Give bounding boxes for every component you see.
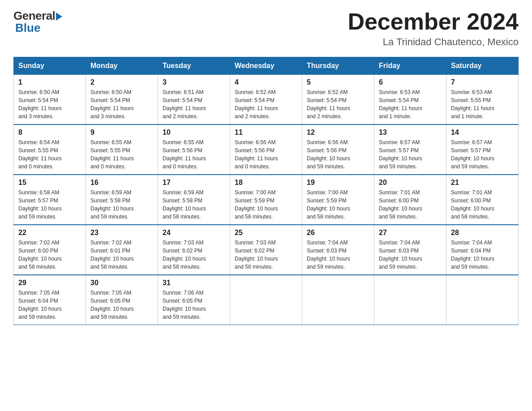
day-info: Sunrise: 7:00 AMSunset: 5:59 PMDaylight:… — [235, 188, 297, 221]
day-number: 25 — [235, 229, 297, 237]
calendar-day-cell — [230, 275, 302, 325]
calendar-week-row: 22Sunrise: 7:02 AMSunset: 6:00 PMDayligh… — [14, 225, 519, 275]
day-number: 28 — [451, 229, 514, 237]
day-number: 5 — [307, 78, 369, 86]
calendar-day-cell: 5Sunrise: 6:52 AMSunset: 5:54 PMDaylight… — [302, 75, 374, 125]
calendar-day-cell: 8Sunrise: 6:54 AMSunset: 5:55 PMDaylight… — [14, 124, 86, 175]
logo-blue-text: Blue — [15, 21, 40, 35]
calendar-day-cell — [446, 275, 519, 325]
day-info: Sunrise: 7:02 AMSunset: 6:00 PMDaylight:… — [18, 239, 81, 271]
calendar-day-cell: 31Sunrise: 7:06 AMSunset: 6:05 PMDayligh… — [158, 275, 230, 325]
day-number: 7 — [451, 78, 514, 86]
day-info: Sunrise: 6:59 AMSunset: 5:58 PMDaylight:… — [90, 188, 153, 221]
day-number: 20 — [379, 179, 442, 187]
day-info: Sunrise: 6:53 AMSunset: 5:55 PMDaylight:… — [451, 88, 514, 120]
day-info: Sunrise: 7:01 AMSunset: 6:00 PMDaylight:… — [451, 188, 514, 221]
calendar-day-header: Monday — [86, 57, 158, 75]
day-info: Sunrise: 6:55 AMSunset: 5:55 PMDaylight:… — [90, 138, 153, 171]
calendar-day-cell: 1Sunrise: 6:50 AMSunset: 5:54 PMDaylight… — [14, 75, 86, 125]
calendar-day-cell — [374, 275, 446, 325]
day-info: Sunrise: 6:50 AMSunset: 5:54 PMDaylight:… — [90, 88, 153, 120]
day-info: Sunrise: 6:50 AMSunset: 5:54 PMDaylight:… — [18, 88, 81, 120]
calendar-day-cell: 4Sunrise: 6:52 AMSunset: 5:54 PMDaylight… — [230, 75, 302, 125]
calendar-week-row: 1Sunrise: 6:50 AMSunset: 5:54 PMDaylight… — [14, 75, 519, 125]
day-number: 9 — [90, 128, 153, 137]
calendar-day-cell: 23Sunrise: 7:02 AMSunset: 6:01 PMDayligh… — [86, 225, 158, 275]
day-number: 13 — [379, 128, 442, 137]
calendar-day-cell — [302, 275, 374, 325]
day-number: 11 — [235, 128, 297, 137]
day-info: Sunrise: 6:51 AMSunset: 5:54 PMDaylight:… — [163, 88, 225, 120]
logo: General Blue — [13, 9, 62, 35]
calendar-day-cell: 22Sunrise: 7:02 AMSunset: 6:00 PMDayligh… — [14, 225, 86, 275]
calendar-day-cell: 11Sunrise: 6:56 AMSunset: 5:56 PMDayligh… — [230, 124, 302, 175]
day-info: Sunrise: 7:04 AMSunset: 6:04 PMDaylight:… — [451, 239, 514, 271]
calendar-day-header: Saturday — [446, 57, 519, 75]
calendar-day-cell: 7Sunrise: 6:53 AMSunset: 5:55 PMDaylight… — [446, 75, 519, 125]
calendar-week-row: 8Sunrise: 6:54 AMSunset: 5:55 PMDaylight… — [14, 124, 519, 175]
calendar-header-row: SundayMondayTuesdayWednesdayThursdayFrid… — [14, 57, 519, 75]
calendar-day-cell: 6Sunrise: 6:53 AMSunset: 5:54 PMDaylight… — [374, 75, 446, 125]
day-info: Sunrise: 6:59 AMSunset: 5:58 PMDaylight:… — [163, 188, 225, 221]
day-info: Sunrise: 7:00 AMSunset: 5:59 PMDaylight:… — [307, 188, 369, 221]
calendar-day-cell: 29Sunrise: 7:05 AMSunset: 6:04 PMDayligh… — [14, 275, 86, 325]
day-number: 18 — [235, 179, 297, 187]
calendar-day-cell: 2Sunrise: 6:50 AMSunset: 5:54 PMDaylight… — [86, 75, 158, 125]
day-number: 6 — [379, 78, 442, 86]
calendar-day-header: Thursday — [302, 57, 374, 75]
day-info: Sunrise: 7:05 AMSunset: 6:04 PMDaylight:… — [18, 289, 81, 321]
day-info: Sunrise: 7:05 AMSunset: 6:05 PMDaylight:… — [90, 289, 153, 321]
day-number: 17 — [163, 179, 225, 187]
day-info: Sunrise: 7:04 AMSunset: 6:03 PMDaylight:… — [307, 239, 369, 271]
logo-triangle-icon — [56, 13, 62, 21]
calendar-day-header: Wednesday — [230, 57, 302, 75]
calendar-day-cell: 27Sunrise: 7:04 AMSunset: 6:03 PMDayligh… — [374, 225, 446, 275]
day-info: Sunrise: 6:56 AMSunset: 5:56 PMDaylight:… — [235, 138, 297, 171]
calendar-day-cell: 16Sunrise: 6:59 AMSunset: 5:58 PMDayligh… — [86, 175, 158, 225]
day-number: 3 — [163, 78, 225, 86]
calendar-day-cell: 24Sunrise: 7:03 AMSunset: 6:02 PMDayligh… — [158, 225, 230, 275]
day-number: 15 — [18, 179, 81, 187]
calendar-day-cell: 10Sunrise: 6:55 AMSunset: 5:56 PMDayligh… — [158, 124, 230, 175]
calendar-week-row: 29Sunrise: 7:05 AMSunset: 6:04 PMDayligh… — [14, 275, 519, 325]
calendar-day-cell: 26Sunrise: 7:04 AMSunset: 6:03 PMDayligh… — [302, 225, 374, 275]
month-title: December 2024 — [348, 9, 519, 34]
day-number: 16 — [90, 179, 153, 187]
calendar-day-cell: 17Sunrise: 6:59 AMSunset: 5:58 PMDayligh… — [158, 175, 230, 225]
calendar-table: SundayMondayTuesdayWednesdayThursdayFrid… — [13, 57, 519, 325]
day-info: Sunrise: 6:54 AMSunset: 5:55 PMDaylight:… — [18, 138, 81, 171]
location-title: La Trinidad Chautenco, Mexico — [348, 36, 519, 48]
day-number: 21 — [451, 179, 514, 187]
day-info: Sunrise: 7:03 AMSunset: 6:02 PMDaylight:… — [163, 239, 225, 271]
day-number: 31 — [163, 279, 225, 287]
calendar-day-cell: 3Sunrise: 6:51 AMSunset: 5:54 PMDaylight… — [158, 75, 230, 125]
day-number: 12 — [307, 128, 369, 137]
calendar-week-row: 15Sunrise: 6:58 AMSunset: 5:57 PMDayligh… — [14, 175, 519, 225]
day-info: Sunrise: 6:57 AMSunset: 5:57 PMDaylight:… — [379, 138, 442, 171]
day-number: 24 — [163, 229, 225, 237]
calendar-day-header: Tuesday — [158, 57, 230, 75]
day-info: Sunrise: 7:02 AMSunset: 6:01 PMDaylight:… — [90, 239, 153, 271]
day-info: Sunrise: 6:56 AMSunset: 5:56 PMDaylight:… — [307, 138, 369, 171]
day-info: Sunrise: 6:53 AMSunset: 5:54 PMDaylight:… — [379, 88, 442, 120]
day-number: 4 — [235, 78, 297, 86]
day-number: 29 — [18, 279, 81, 287]
day-info: Sunrise: 6:52 AMSunset: 5:54 PMDaylight:… — [235, 88, 297, 120]
day-info: Sunrise: 7:03 AMSunset: 6:02 PMDaylight:… — [235, 239, 297, 271]
day-number: 14 — [451, 128, 514, 137]
day-info: Sunrise: 7:04 AMSunset: 6:03 PMDaylight:… — [379, 239, 442, 271]
day-number: 22 — [18, 229, 81, 237]
calendar-day-cell: 12Sunrise: 6:56 AMSunset: 5:56 PMDayligh… — [302, 124, 374, 175]
calendar-day-header: Sunday — [14, 57, 86, 75]
day-info: Sunrise: 6:52 AMSunset: 5:54 PMDaylight:… — [307, 88, 369, 120]
calendar-day-cell: 9Sunrise: 6:55 AMSunset: 5:55 PMDaylight… — [86, 124, 158, 175]
calendar-day-cell: 14Sunrise: 6:57 AMSunset: 5:57 PMDayligh… — [446, 124, 519, 175]
day-number: 19 — [307, 179, 369, 187]
calendar-day-cell: 30Sunrise: 7:05 AMSunset: 6:05 PMDayligh… — [86, 275, 158, 325]
day-number: 8 — [18, 128, 81, 137]
day-info: Sunrise: 6:55 AMSunset: 5:56 PMDaylight:… — [163, 138, 225, 171]
calendar-day-cell: 21Sunrise: 7:01 AMSunset: 6:00 PMDayligh… — [446, 175, 519, 225]
calendar-day-cell: 25Sunrise: 7:03 AMSunset: 6:02 PMDayligh… — [230, 225, 302, 275]
day-info: Sunrise: 6:58 AMSunset: 5:57 PMDaylight:… — [18, 188, 81, 221]
calendar-day-cell: 18Sunrise: 7:00 AMSunset: 5:59 PMDayligh… — [230, 175, 302, 225]
